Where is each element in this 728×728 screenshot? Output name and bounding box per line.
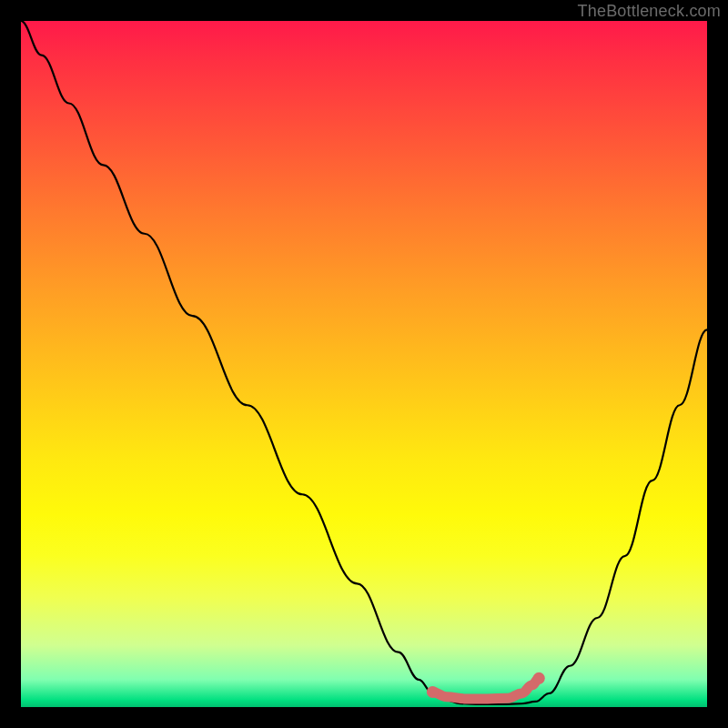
chart-container: TheBottleneck.com: [0, 0, 728, 728]
watermark-text: TheBottleneck.com: [578, 2, 721, 21]
gradient-background: [21, 21, 707, 707]
